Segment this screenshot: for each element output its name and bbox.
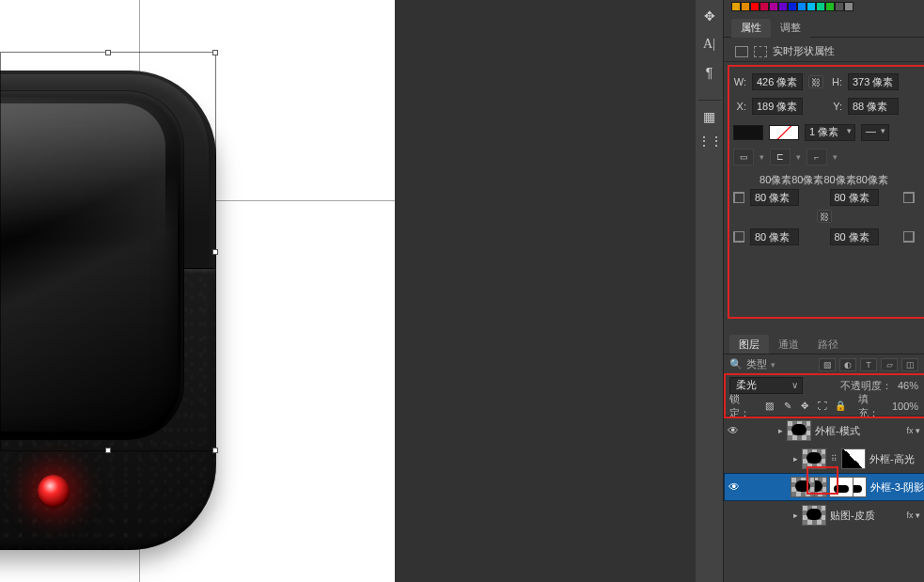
filter-type-icon[interactable]: T: [860, 358, 877, 371]
stroke-align-button[interactable]: ▭: [733, 149, 754, 165]
lock-transparency-icon[interactable]: ▨: [763, 400, 775, 413]
layer-thumb[interactable]: [802, 505, 826, 526]
visibility-toggle[interactable]: 👁: [724, 424, 743, 437]
y-label: Y:: [829, 101, 842, 112]
corner-br-icon[interactable]: [903, 231, 915, 243]
swatch[interactable]: [807, 2, 816, 11]
corner-summary-label: 80像素80像素80像素80像素: [733, 173, 915, 187]
size-row: W: ⛓ H:: [733, 73, 915, 90]
mask-link-icon[interactable]: ⠿: [830, 454, 838, 464]
layer-name[interactable]: 外框-模式: [815, 424, 860, 438]
tab-paths[interactable]: 路径: [808, 335, 848, 354]
swatches-strip[interactable]: [731, 0, 924, 13]
fx-badge[interactable]: fx ▾: [906, 511, 920, 520]
mask-props-icon: [754, 46, 767, 57]
layer-row[interactable]: ▸贴图-皮质fx ▾: [724, 501, 924, 529]
stroke-style-select[interactable]: —: [861, 124, 889, 141]
filter-pixel-icon[interactable]: ▧: [819, 358, 836, 371]
pattern-panel-icon[interactable]: ▦: [701, 108, 718, 125]
lock-label: 锁定：: [729, 392, 758, 420]
mask-thumb[interactable]: [841, 448, 866, 469]
swatch[interactable]: [797, 2, 807, 11]
lock-position-icon[interactable]: ✥: [799, 400, 811, 413]
layer-list[interactable]: 👁▸外框-模式fx ▾▸⠿外框-高光👁▸⠿外框-3-阴影👁▸⠿贴图-皮质 拷fx…: [724, 417, 924, 582]
link-wh-icon[interactable]: ⛓: [808, 75, 823, 88]
link-corners-icon[interactable]: ⛓: [817, 210, 832, 223]
blend-mode-select[interactable]: 柔光: [729, 377, 803, 394]
swatch[interactable]: [731, 2, 741, 11]
tab-adjustments[interactable]: 调整: [771, 19, 810, 38]
fill-color-swatch[interactable]: [733, 125, 763, 140]
fx-badge[interactable]: fx ▾: [906, 426, 920, 435]
lock-paint-icon[interactable]: ✎: [781, 400, 793, 413]
layer-name[interactable]: 外框-3-阴影: [870, 480, 924, 495]
properties-panel: 实时形状属性 W: ⛓ H: X: Y:: [724, 41, 924, 329]
swatch[interactable]: [741, 2, 750, 11]
panels-dock: ✥ A| ¶ ▦ ⋮⋮ 属性 调整 实时形状属性 W: ⛓ H: [696, 0, 924, 582]
stroke-color-swatch[interactable]: [769, 125, 799, 140]
power-led: [38, 475, 70, 507]
character-panel-icon[interactable]: A|: [701, 36, 718, 53]
expand-icon[interactable]: ▸: [778, 426, 783, 435]
filter-smart-icon[interactable]: ◫: [901, 358, 918, 371]
opacity-value[interactable]: 46%: [898, 380, 918, 391]
properties-tabs: 属性 调整: [724, 19, 924, 38]
filter-shape-icon[interactable]: ▱: [881, 358, 898, 371]
shape-props-icon: [735, 46, 748, 57]
stroke-corner-button[interactable]: ⌐: [807, 149, 827, 165]
pointer-tool-icon[interactable]: ✥: [701, 8, 718, 24]
stroke-cap-button[interactable]: ⊏: [770, 149, 791, 165]
visibility-toggle[interactable]: 👁: [725, 480, 744, 494]
filter-type-label[interactable]: 类型: [746, 357, 767, 371]
tab-layers[interactable]: 图层: [729, 335, 769, 354]
swatch[interactable]: [760, 2, 769, 11]
corner-tr-input[interactable]: [830, 189, 879, 206]
opacity-label: 不透明度：: [840, 379, 892, 393]
canvas-area[interactable]: [0, 0, 395, 582]
layers-tabs: 图层 通道 路径: [724, 335, 924, 354]
swatch[interactable]: [778, 2, 788, 11]
layer-name[interactable]: 贴图-皮质: [830, 509, 875, 523]
swatch[interactable]: [816, 2, 825, 11]
swatch[interactable]: [844, 2, 854, 11]
width-input[interactable]: [752, 73, 803, 90]
swatch[interactable]: [835, 2, 844, 11]
corner-bl-icon[interactable]: [733, 231, 744, 243]
fill-stroke-row: 1 像素 —: [733, 124, 915, 141]
corner-br-input[interactable]: [830, 228, 879, 245]
stroke-width-select[interactable]: 1 像素: [805, 124, 855, 141]
layer-thumb[interactable]: [787, 420, 811, 441]
swatch[interactable]: [769, 2, 778, 11]
height-input[interactable]: [848, 73, 899, 90]
properties-header: 实时形状属性: [724, 41, 924, 62]
swatch[interactable]: [788, 2, 797, 11]
lock-all-icon[interactable]: 🔒: [835, 400, 847, 413]
position-row: X: Y:: [733, 98, 915, 115]
corner-top-row: [733, 189, 915, 206]
tab-properties[interactable]: 属性: [731, 19, 771, 38]
layer-row[interactable]: 👁▸外框-模式fx ▾: [724, 417, 924, 445]
layer-name[interactable]: 外框-高光: [869, 452, 915, 466]
swatch[interactable]: [750, 2, 760, 11]
lock-artboard-icon[interactable]: ⛶: [817, 400, 829, 413]
properties-title: 实时形状属性: [773, 44, 835, 58]
expand-icon[interactable]: ▸: [793, 454, 798, 464]
corner-tl-icon[interactable]: [733, 192, 744, 203]
paragraph-panel-icon[interactable]: ¶: [701, 64, 718, 81]
x-input[interactable]: [752, 98, 803, 115]
fill-value[interactable]: 100%: [892, 401, 918, 412]
expand-icon[interactable]: ▸: [793, 511, 798, 520]
filter-adjust-icon[interactable]: ◐: [839, 358, 856, 371]
stroke-options-row: ▭ ▾ ⊏ ▾ ⌐ ▾: [733, 149, 915, 165]
transform-bounds[interactable]: [0, 52, 216, 451]
layers-panel: 🔍 类型 ▾ ▧ ◐ T ▱ ◫ 柔光 不透明度： 46% 锁定： ▨ ✎ ✥: [724, 354, 924, 582]
search-icon[interactable]: 🔍: [729, 358, 743, 370]
swatch[interactable]: [825, 2, 835, 11]
y-input[interactable]: [848, 98, 899, 115]
corner-tl-input[interactable]: [750, 189, 799, 206]
corner-bl-input[interactable]: [750, 228, 799, 245]
vertical-tool-dock: ✥ A| ¶ ▦ ⋮⋮: [696, 0, 724, 582]
corner-tr-icon[interactable]: [903, 192, 915, 203]
more-panel-icon[interactable]: ⋮⋮: [701, 133, 718, 149]
tab-channels[interactable]: 通道: [769, 335, 808, 354]
